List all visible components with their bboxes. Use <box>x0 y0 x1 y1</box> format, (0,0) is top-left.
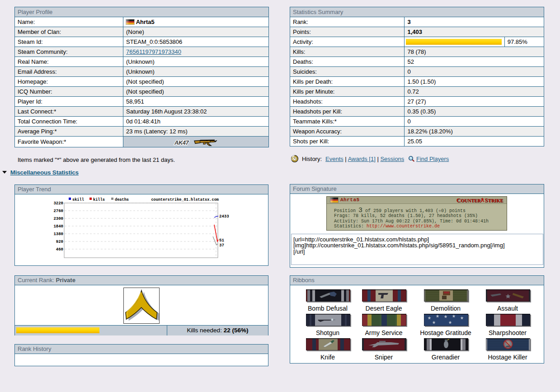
svg-text:2433: 2433 <box>219 214 229 219</box>
svg-text:2760: 2760 <box>53 209 63 213</box>
svg-text:1840: 1840 <box>53 224 63 229</box>
svg-text:460: 460 <box>56 247 63 252</box>
svg-text:51: 51 <box>219 238 224 243</box>
svg-text:skill: skill <box>72 198 84 202</box>
svg-text:3220: 3220 <box>53 201 63 206</box>
svg-text:deaths: deaths <box>115 198 129 202</box>
svg-text:AK47: AK47 <box>174 139 189 146</box>
svg-text:2300: 2300 <box>53 217 63 221</box>
svg-text:counterstrike_01.hlstatsx.com: counterstrike_01.hlstatsx.com <box>151 198 219 202</box>
svg-text:920: 920 <box>56 240 63 244</box>
svg-text:37: 37 <box>219 243 224 248</box>
svg-text:1380: 1380 <box>53 232 63 236</box>
svg-text:kills: kills <box>93 198 105 202</box>
